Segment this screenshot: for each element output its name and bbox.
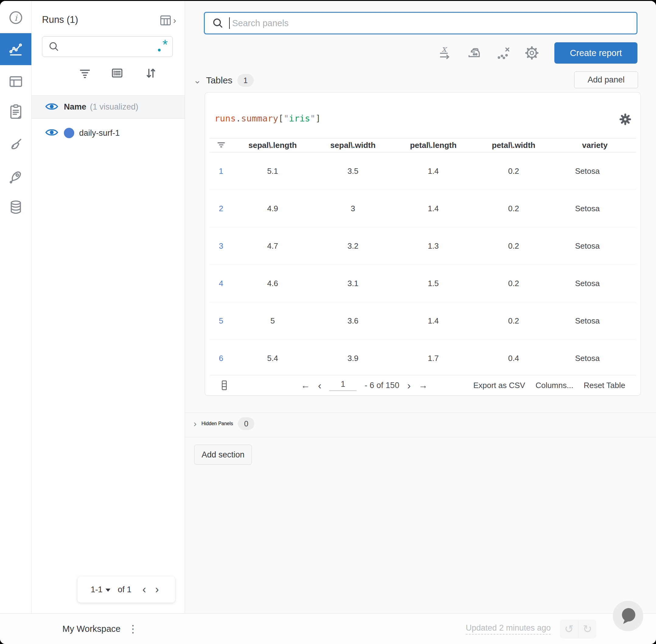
table-cell: 1.3 [393, 242, 473, 251]
panel-search-box[interactable] [204, 12, 637, 34]
workspace-menu-button[interactable]: ⋮ [128, 614, 138, 644]
page-number-input[interactable]: 1 [329, 380, 357, 391]
row-index-link[interactable]: 6 [210, 354, 232, 363]
row-index-link[interactable]: 2 [210, 204, 232, 213]
table-cell: 3.1 [313, 279, 393, 288]
table-row: 15.13.51.40.2Setosa [210, 153, 636, 190]
chat-support-button[interactable] [613, 601, 643, 631]
list-view-icon[interactable] [107, 66, 128, 80]
workspace-main: x [185, 1, 656, 614]
chevron-down-icon[interactable]: ⌄ [193, 76, 201, 85]
runs-list-header[interactable]: Name (1 visualized) [32, 95, 185, 119]
table-cell: 3.9 [313, 354, 393, 363]
table-cell: 0.2 [473, 242, 554, 251]
row-index-link[interactable]: 5 [210, 316, 232, 326]
chat-bubble-icon [622, 608, 635, 621]
table-cell: 0.2 [473, 316, 554, 326]
eye-visibility-icon[interactable] [45, 128, 58, 138]
row-index-link[interactable]: 3 [210, 242, 232, 251]
run-color-dot [64, 128, 74, 138]
database-icon[interactable] [0, 199, 31, 216]
run-name[interactable]: daily-surf-1 [79, 129, 120, 138]
table-cell: Setosa [554, 354, 636, 363]
runs-search-input[interactable] [60, 42, 157, 52]
table-cell: 1.4 [393, 166, 473, 176]
undo-icon[interactable]: ↺ [560, 620, 579, 639]
export-csv-button[interactable]: Export as CSV [473, 381, 525, 390]
column-header[interactable]: variety [554, 141, 636, 150]
line-chart-icon [8, 41, 24, 57]
hidden-panels-section-header[interactable]: › Hidden Panels 0 [193, 417, 254, 430]
column-filter-icon[interactable] [210, 140, 232, 151]
add-panel-button[interactable]: Add panel [574, 71, 638, 88]
next-page-button[interactable]: › [152, 584, 162, 595]
first-page-button[interactable]: ← [301, 380, 310, 390]
last-updated-label[interactable]: Updated 2 minutes ago [466, 623, 551, 635]
table-cell: 0.2 [473, 204, 554, 213]
create-report-button[interactable]: Create report [554, 42, 637, 64]
runs-table-icon [159, 14, 172, 27]
smoothing-iron-icon[interactable] [466, 42, 484, 64]
row-index-link[interactable]: 1 [210, 166, 232, 176]
run-row[interactable]: daily-surf-1 [32, 122, 185, 144]
prev-page-button[interactable]: ‹ [139, 584, 149, 595]
workspace-title: My Workspace [62, 614, 120, 644]
sort-icon[interactable] [140, 66, 161, 80]
next-page-button[interactable]: › [407, 380, 411, 391]
column-header[interactable]: sepal\.length [232, 141, 313, 150]
panel-search-input[interactable] [232, 18, 636, 29]
tables-section-header[interactable]: ⌄ Tables 1 [193, 74, 254, 87]
table-cell: Setosa [554, 242, 636, 251]
table-row: 34.73.21.30.2Setosa [210, 227, 636, 265]
table-cell: Setosa [554, 316, 636, 326]
table-panel: runs.summary["iris"] [205, 92, 641, 396]
runs-pagination: 1-1 of 1 ‹ › [77, 576, 175, 603]
prev-page-button[interactable]: ‹ [318, 380, 321, 391]
info-icon[interactable]: i [0, 9, 31, 26]
table-cell: 1.4 [393, 316, 473, 326]
reset-table-button[interactable]: Reset Table [584, 381, 625, 390]
table-row: 553.61.40.2Setosa [210, 302, 636, 340]
table-cell: 4.6 [232, 279, 313, 288]
svg-text:i: i [14, 13, 18, 23]
column-header[interactable]: petal\.width [473, 141, 554, 150]
runs-sidebar: Runs (1) › * [32, 1, 185, 614]
clipboard-icon[interactable] [0, 103, 31, 121]
hidden-panels-count-badge: 0 [238, 417, 254, 430]
filter-icon[interactable] [74, 66, 96, 80]
sweep-broom-icon[interactable] [0, 135, 31, 153]
runs-panel-title: Runs (1) [42, 14, 78, 25]
table-cell: 3.6 [313, 316, 393, 326]
x-axis-settings-icon[interactable]: x [438, 42, 456, 64]
sidebar-item-charts-active[interactable] [0, 33, 31, 65]
panels-layout-icon[interactable] [0, 73, 31, 90]
column-header[interactable]: sepal\.width [313, 141, 393, 150]
table-cell: Setosa [554, 166, 636, 176]
outliers-icon[interactable] [494, 42, 513, 64]
rocket-icon[interactable] [0, 168, 31, 185]
table-mini-grid-icon[interactable] [220, 380, 228, 392]
eye-visibility-icon[interactable] [45, 102, 58, 112]
columns-button[interactable]: Columns... [536, 381, 573, 390]
runs-page-range[interactable]: 1-1 [91, 585, 102, 594]
panel-settings-gear-icon[interactable] [618, 113, 632, 127]
add-section-button[interactable]: Add section [194, 445, 252, 465]
last-page-button[interactable]: → [419, 380, 428, 390]
settings-gear-icon[interactable] [523, 42, 541, 64]
panel-expression-title: runs.summary["iris"] [214, 113, 321, 123]
table-cell: 5.1 [232, 166, 313, 176]
screenshot-root: i [0, 0, 656, 644]
regex-toggle-icon[interactable]: * [157, 41, 168, 53]
redo-icon[interactable]: ↻ [579, 620, 597, 639]
chevron-down-icon[interactable] [106, 589, 111, 592]
table-footer: ← ‹ 1 - 6 of 150 › → Export as CSV Colum… [210, 375, 636, 395]
expand-runs-table-button[interactable]: › [159, 14, 176, 27]
runs-search-box[interactable]: * [42, 36, 173, 57]
column-header[interactable]: petal\.length [393, 141, 473, 150]
runs-page-total: of 1 [118, 585, 132, 594]
chevron-right-icon[interactable]: › [193, 419, 196, 428]
table-cell: 4.7 [232, 242, 313, 251]
name-column-label: Name [64, 102, 87, 112]
table-row: 44.63.11.50.2Setosa [210, 265, 636, 302]
row-index-link[interactable]: 4 [210, 279, 232, 288]
